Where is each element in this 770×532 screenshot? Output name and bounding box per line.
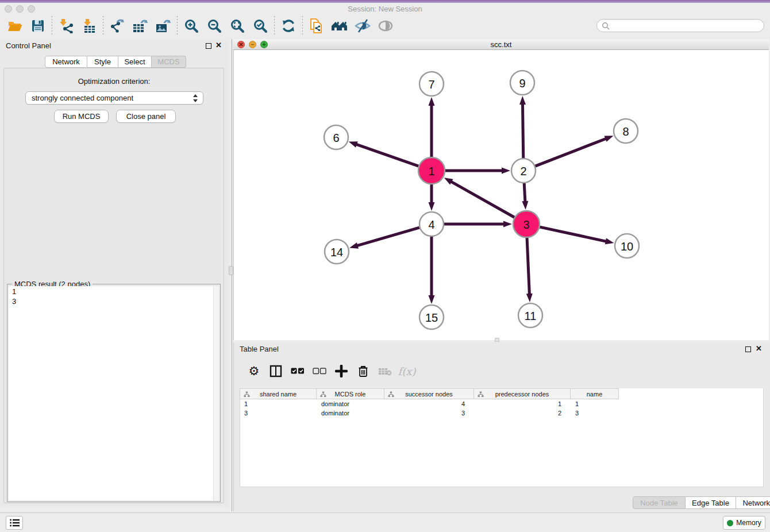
zoom-in-button[interactable]: [180, 16, 203, 36]
cell-predecessor-nodes[interactable]: 1: [474, 399, 571, 408]
edge-3-11[interactable]: [527, 238, 529, 295]
cell-shared-name[interactable]: 1: [240, 399, 317, 408]
graph-node-10[interactable]: 10: [615, 234, 639, 258]
criterion-dropdown[interactable]: strongly connected component: [25, 91, 203, 105]
export-image-button[interactable]: [152, 16, 175, 36]
cell-predecessor-nodes[interactable]: 2: [474, 408, 571, 418]
search-input[interactable]: [610, 20, 764, 32]
node-table: shared name MCDS role: [240, 388, 619, 418]
cell-name[interactable]: 3: [571, 408, 619, 418]
edge-2-9[interactable]: [522, 103, 523, 158]
edge-1-6[interactable]: [356, 144, 418, 166]
column-header-predecessor-nodes[interactable]: predecessor nodes: [474, 388, 571, 399]
tab-node-table[interactable]: Node Table: [633, 496, 686, 509]
export-network-button[interactable]: [106, 16, 129, 36]
column-header-successor-nodes[interactable]: successor nodes: [384, 388, 474, 399]
import-table-button[interactable]: [78, 16, 101, 36]
open-session-button[interactable]: [3, 16, 26, 36]
search-field[interactable]: [596, 19, 764, 32]
graph-node-15[interactable]: 15: [419, 305, 444, 329]
column-header-name[interactable]: name: [571, 388, 619, 399]
table-row[interactable]: 3 dominator 3 2 3: [240, 408, 619, 418]
split-handle[interactable]: [495, 338, 499, 342]
result-scrollbar[interactable]: [213, 286, 219, 500]
panel-divider[interactable]: [232, 39, 232, 511]
edge-3-10[interactable]: [540, 227, 606, 241]
home-neighbors-button[interactable]: [328, 16, 351, 36]
show-details-button[interactable]: [374, 16, 397, 36]
edge-3-1[interactable]: [451, 182, 514, 218]
tab-style[interactable]: Style: [87, 56, 118, 68]
network-view-window: ✕ − + scc.txt 7968124314101511: [233, 39, 769, 340]
tab-edge-table[interactable]: Edge Table: [686, 496, 736, 509]
graph-node-7[interactable]: 7: [419, 72, 444, 96]
graph-node-8[interactable]: 8: [614, 119, 638, 143]
network-canvas[interactable]: 7968124314101511: [233, 50, 769, 340]
export-table-button[interactable]: [129, 16, 152, 36]
graph-node-9[interactable]: 9: [510, 71, 534, 95]
column-header-shared-name[interactable]: shared name: [240, 388, 317, 399]
table-panel: Table Panel ✕ ⚙: [233, 342, 770, 511]
cell-mcds-role[interactable]: dominator: [317, 399, 384, 408]
graph-node-14[interactable]: 14: [325, 240, 349, 264]
gear-icon: ⚙: [249, 365, 260, 377]
graph-node-6[interactable]: 6: [324, 125, 348, 149]
cell-name[interactable]: 1: [571, 399, 619, 408]
cell-successor-nodes[interactable]: 3: [384, 408, 474, 418]
graph-node-4[interactable]: 4: [419, 212, 444, 236]
close-panel-icon[interactable]: ✕: [215, 41, 222, 49]
cell-successor-nodes[interactable]: 4: [384, 399, 474, 408]
graph-node-11[interactable]: 11: [518, 303, 542, 327]
task-history-button[interactable]: [6, 516, 23, 530]
import-network-icon: [58, 18, 74, 33]
hide-unselected-button[interactable]: [351, 16, 374, 36]
tab-select[interactable]: Select: [118, 56, 152, 68]
close-panel-button[interactable]: Close panel: [116, 110, 176, 123]
toolbar-separator: [103, 16, 103, 36]
import-network-button[interactable]: [55, 16, 78, 36]
column-header-mcds-role[interactable]: MCDS role: [317, 388, 384, 399]
float-panel-icon[interactable]: [745, 346, 751, 352]
dropdown-stepper-icon: [193, 94, 198, 102]
cell-mcds-role[interactable]: dominator: [317, 408, 384, 418]
eye-slash-icon: [355, 18, 371, 33]
split-columns-icon: [270, 365, 282, 377]
edge-4-14[interactable]: [357, 228, 419, 246]
zoom-selected-button[interactable]: [249, 16, 272, 36]
delete-button[interactable]: [352, 363, 374, 380]
run-mcds-button[interactable]: Run MCDS: [54, 110, 109, 123]
clone-network-button[interactable]: [305, 16, 328, 36]
graph-node-3[interactable]: 3: [513, 211, 540, 237]
edge-arrowhead-icon: [605, 136, 614, 142]
close-panel-icon[interactable]: ✕: [756, 345, 762, 353]
tab-network[interactable]: Network: [45, 56, 87, 68]
table-settings-button[interactable]: ⚙: [243, 363, 265, 380]
tab-network-table[interactable]: Network Table: [736, 496, 770, 509]
mcds-result-list[interactable]: 1 3: [9, 286, 213, 500]
table-columns-button[interactable]: [265, 363, 287, 380]
panel-divider-handle[interactable]: [229, 266, 233, 275]
save-session-button[interactable]: [26, 16, 49, 36]
edge-arrowhead-icon: [429, 97, 435, 106]
zoom-fit-button[interactable]: [226, 16, 249, 36]
edge-2-8[interactable]: [536, 138, 607, 166]
memory-button[interactable]: Memory: [723, 516, 765, 530]
tab-mcds[interactable]: MCDS: [152, 56, 186, 68]
zoom-out-button[interactable]: [203, 16, 226, 36]
table-header-row: shared name MCDS role: [240, 388, 619, 399]
network-graph[interactable]: 7968124314101511: [234, 50, 769, 340]
network-titlebar: ✕ − + scc.txt: [233, 39, 769, 50]
select-all-button[interactable]: [287, 363, 309, 380]
deselect-all-icon: [313, 368, 326, 375]
refresh-view-button[interactable]: [277, 16, 300, 36]
edge-2-3[interactable]: [524, 183, 525, 202]
graph-node-1[interactable]: 1: [418, 157, 445, 184]
zoom-selected-icon: [253, 18, 268, 33]
float-panel-icon[interactable]: [206, 43, 211, 49]
cell-shared-name[interactable]: 3: [240, 408, 317, 418]
table-panel-title: Table Panel: [240, 345, 279, 353]
table-row[interactable]: 1 dominator 4 1 1: [240, 399, 619, 408]
add-button[interactable]: [330, 363, 352, 380]
deselect-all-button[interactable]: [309, 363, 330, 380]
graph-node-2[interactable]: 2: [511, 159, 536, 183]
